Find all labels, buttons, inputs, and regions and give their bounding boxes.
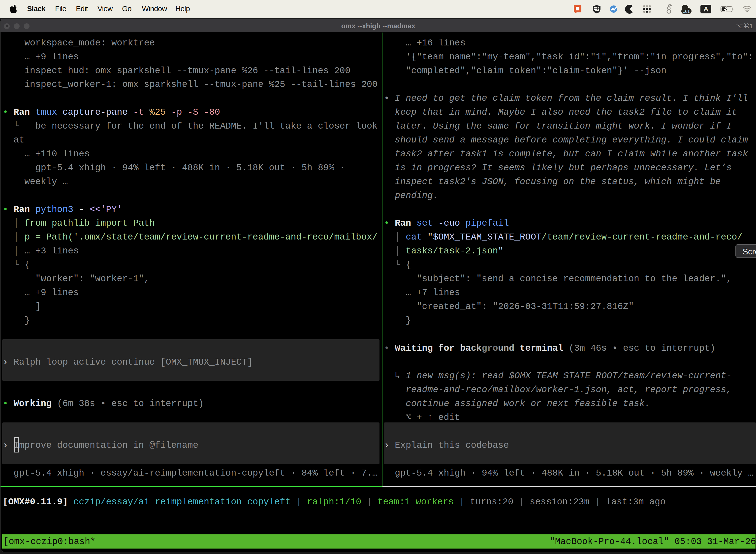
svg-text:..61: ..61 <box>683 9 690 14</box>
svg-text:A: A <box>704 5 708 13</box>
